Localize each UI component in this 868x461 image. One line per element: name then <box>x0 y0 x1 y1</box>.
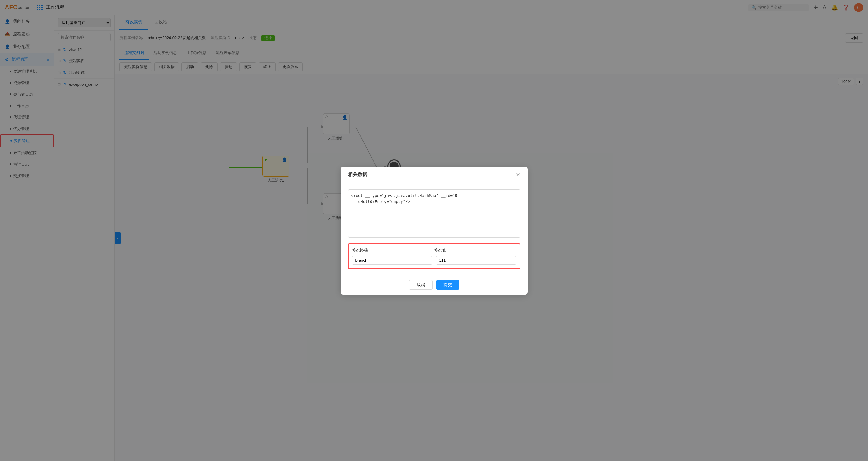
modal-header: 相关数据 ✕ <box>341 167 528 183</box>
value-input[interactable] <box>436 256 516 265</box>
modal-overlay: 相关数据 ✕ <root __type="java:java.util.Hash… <box>0 0 868 461</box>
modal-footer: 取消 提交 <box>341 275 528 295</box>
edit-row <box>352 256 516 265</box>
cancel-button[interactable]: 取消 <box>409 280 433 290</box>
edit-section: 修改路径 修改值 <box>348 243 520 269</box>
edit-section-header: 修改路径 修改值 <box>352 248 516 253</box>
modal-related-data: 相关数据 ✕ <root __type="java:java.util.Hash… <box>341 167 528 295</box>
modal-body: <root __type="java:java.util.HashMap" __… <box>341 183 528 275</box>
path-input[interactable] <box>352 256 432 265</box>
path-column-label: 修改路径 <box>352 248 434 253</box>
value-column-label: 修改值 <box>434 248 516 253</box>
submit-button[interactable]: 提交 <box>436 280 459 290</box>
modal-title: 相关数据 <box>348 172 367 178</box>
xml-textarea[interactable]: <root __type="java:java.util.HashMap" __… <box>348 189 520 238</box>
modal-close-btn[interactable]: ✕ <box>516 172 520 178</box>
